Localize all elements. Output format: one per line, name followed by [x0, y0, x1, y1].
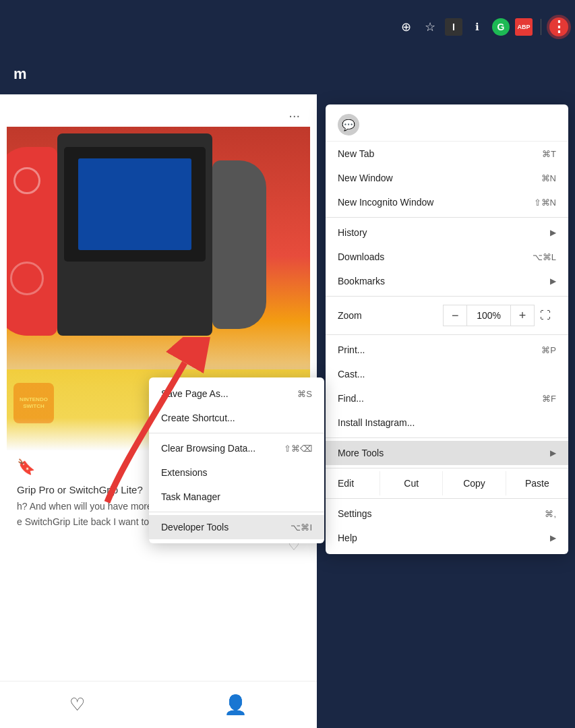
menu-item-new-window-shortcut: ⌘N [541, 173, 556, 183]
menu-divider-4 [326, 437, 568, 438]
post-comment-2: e SwitchGrip Lite back I want to [17, 516, 149, 527]
menu-item-bookmarks-label: Bookmarks [338, 276, 516, 286]
menu-item-downloads-label: Downloads [338, 251, 506, 262]
nav-person-icon[interactable]: 👤 [224, 694, 247, 716]
zoom-minus-button[interactable]: − [443, 305, 467, 326]
submenu-divider-2 [149, 512, 324, 512]
submenu-developer-tools[interactable]: Developer Tools ⌥⌘I [149, 515, 324, 539]
menu-item-history[interactable]: History ▶ [326, 220, 568, 245]
bookmark-star-icon[interactable]: ☆ [421, 18, 440, 36]
menu-divider-5 [326, 468, 568, 468]
submenu-clear-data-shortcut: ⇧⌘⌫ [284, 444, 312, 454]
menu-item-cast-label: Cast... [338, 369, 556, 380]
menu-profile-row: 💬 [326, 109, 568, 142]
menu-divider-2 [326, 296, 568, 297]
submenu-task-manager[interactable]: Task Manager [149, 485, 324, 509]
submenu-developer-tools-shortcut: ⌥⌘I [291, 522, 312, 533]
menu-edit-label: Edit [326, 471, 380, 495]
menu-item-help[interactable]: Help ▶ [326, 526, 568, 550]
menu-item-new-window-label: New Window [338, 173, 514, 183]
menu-item-history-arrow: ▶ [550, 228, 556, 237]
menu-item-print-label: Print... [338, 344, 514, 355]
menu-divider-6 [326, 498, 568, 499]
menu-item-install-label: Install Instagram... [338, 417, 556, 428]
bottom-navigation: ♡ 👤 [0, 681, 317, 728]
bookmark-button[interactable]: 🔖 [17, 458, 35, 476]
menu-paste-button[interactable]: Paste [506, 471, 568, 495]
menu-item-incognito-shortcut: ⇧⌘N [534, 198, 556, 208]
extension-i-icon[interactable]: I [445, 18, 462, 36]
menu-item-bookmarks-arrow: ▶ [550, 276, 556, 286]
menu-item-more-tools-arrow: ▶ [550, 448, 556, 458]
menu-edit-row: Edit Cut Copy Paste [326, 471, 568, 495]
menu-item-find[interactable]: Find... ⌘F [326, 386, 568, 411]
menu-item-incognito[interactable]: New Incognito Window ⇧⌘N [326, 190, 568, 214]
browser-chrome: ⊕ ☆ I ℹ G ABP ⋮ [0, 0, 575, 54]
submenu-clear-data[interactable]: Clear Browsing Data... ⇧⌘⌫ [149, 436, 324, 460]
zoom-value-display: 100% [467, 305, 510, 326]
menu-copy-button[interactable]: Copy [442, 471, 505, 495]
menu-item-more-tools-label: More Tools [338, 448, 543, 458]
menu-item-help-label: Help [338, 533, 543, 543]
content-header: m [0, 54, 317, 94]
menu-item-settings[interactable]: Settings ⌘, [326, 502, 568, 526]
menu-item-print[interactable]: Print... ⌘P [326, 338, 568, 362]
submenu-divider-1 [149, 433, 324, 433]
menu-profile-icon: 💬 [338, 114, 359, 135]
post-header: ··· [7, 101, 310, 127]
submenu-task-manager-label: Task Manager [161, 491, 312, 502]
submenu-extensions-label: Extensions [161, 467, 312, 478]
submenu-create-shortcut-label: Create Shortcut... [161, 413, 312, 423]
menu-item-print-shortcut: ⌘P [541, 345, 556, 355]
menu-item-settings-shortcut: ⌘, [545, 509, 556, 519]
menu-item-new-window[interactable]: New Window ⌘N [326, 166, 568, 190]
menu-item-find-label: Find... [338, 393, 515, 404]
submenu-save-page-label: Save Page As... [161, 388, 270, 399]
menu-item-bookmarks[interactable]: Bookmarks ▶ [326, 269, 568, 293]
submenu-extensions[interactable]: Extensions [149, 460, 324, 485]
submenu-create-shortcut[interactable]: Create Shortcut... [149, 406, 324, 430]
menu-divider-3 [326, 334, 568, 335]
menu-item-zoom: Zoom − 100% + ⛶ [326, 299, 568, 332]
menu-item-history-label: History [338, 227, 516, 238]
browser-toolbar: ⊕ ☆ I ℹ G ABP ⋮ [396, 18, 568, 36]
browser-menu-button[interactable]: ⋮ [549, 18, 568, 36]
toolbar-separator [541, 19, 541, 35]
extension-abp-icon[interactable]: ABP [515, 18, 533, 36]
extension-info-icon[interactable]: ℹ [468, 18, 487, 36]
menu-item-downloads-shortcut: ⌥⌘L [533, 252, 556, 262]
menu-item-new-tab-shortcut: ⌘T [542, 149, 556, 159]
zoom-control: − 100% + ⛶ [443, 305, 556, 326]
menu-item-new-tab[interactable]: New Tab ⌘T [326, 142, 568, 166]
menu-divider-1 [326, 217, 568, 218]
menu-item-find-shortcut: ⌘F [542, 394, 556, 404]
add-tab-icon[interactable]: ⊕ [396, 18, 415, 36]
menu-item-install[interactable]: Install Instagram... [326, 411, 568, 435]
chrome-context-menu: 💬 New Tab ⌘T New Window ⌘N New Incognito… [326, 104, 568, 554]
post-options-button[interactable]: ··· [289, 108, 300, 123]
menu-cut-button[interactable]: Cut [380, 471, 442, 495]
menu-item-downloads[interactable]: Downloads ⌥⌘L [326, 245, 568, 269]
nav-heart-icon[interactable]: ♡ [69, 694, 85, 715]
submenu-save-page[interactable]: Save Page As... ⌘S [149, 382, 324, 406]
zoom-plus-button[interactable]: + [510, 305, 535, 326]
page-background: m ··· [0, 54, 575, 728]
menu-item-incognito-label: New Incognito Window [338, 197, 507, 208]
submenu-clear-data-label: Clear Browsing Data... [161, 443, 257, 454]
more-tools-submenu: Save Page As... ⌘S Create Shortcut... Cl… [149, 377, 324, 543]
extension-g-icon[interactable]: G [492, 18, 510, 36]
menu-item-new-tab-label: New Tab [338, 148, 515, 159]
submenu-developer-tools-label: Developer Tools [161, 522, 264, 533]
menu-item-zoom-label: Zoom [338, 310, 443, 321]
menu-item-help-arrow: ▶ [550, 533, 556, 543]
menu-item-cast[interactable]: Cast... [326, 362, 568, 386]
menu-item-settings-label: Settings [338, 508, 518, 519]
zoom-expand-button[interactable]: ⛶ [535, 305, 556, 326]
menu-item-more-tools[interactable]: More Tools ▶ [326, 441, 568, 465]
content-header-text: m [13, 65, 27, 83]
submenu-save-page-shortcut: ⌘S [297, 389, 312, 399]
